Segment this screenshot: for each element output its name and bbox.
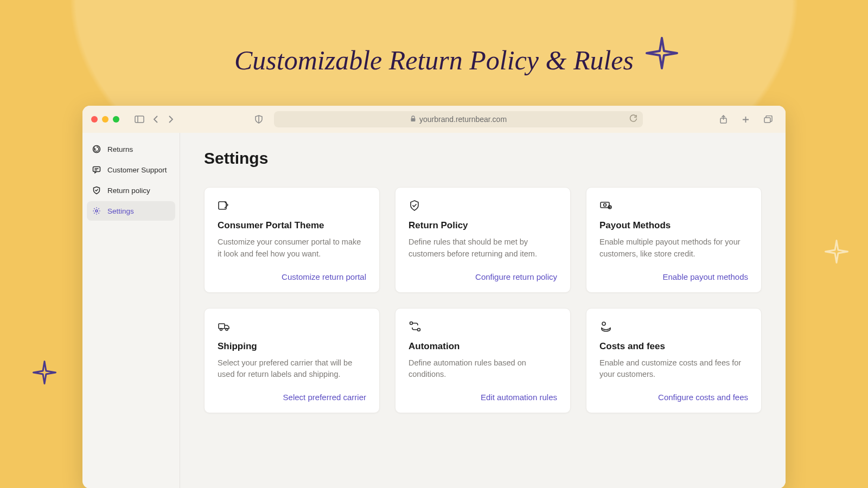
gear-icon: [92, 207, 101, 215]
select-preferred-carrier-link[interactable]: Select preferred carrier: [218, 393, 366, 402]
sidebar-toggle-icon[interactable]: [130, 113, 149, 125]
card-title: Automation: [409, 341, 557, 352]
card-costs-and-fees: Costs and fees Enable and customize cost…: [586, 308, 762, 414]
enable-payout-methods-link[interactable]: Enable payout methods: [599, 272, 748, 281]
maximize-window-button[interactable]: [113, 116, 119, 123]
tabs-overview-icon[interactable]: [760, 113, 777, 126]
svg-rect-9: [93, 167, 100, 172]
edit-automation-rules-link[interactable]: Edit automation rules: [409, 393, 557, 402]
svg-point-14: [604, 204, 607, 207]
configure-costs-fees-link[interactable]: Configure costs and fees: [599, 393, 748, 402]
refresh-icon[interactable]: [629, 114, 637, 124]
cash-icon: [599, 200, 611, 211]
browser-window: yourbrand.returnbear.com Returns: [82, 106, 786, 488]
svg-rect-3: [411, 118, 415, 121]
sidebar-item-label: Settings: [107, 207, 134, 215]
minimize-window-button[interactable]: [102, 116, 108, 123]
shield-check-icon: [92, 186, 101, 195]
sparkle-icon: [33, 361, 56, 384]
card-title: Payout Methods: [599, 220, 748, 231]
sidebar-item-label: Customer Support: [107, 166, 167, 174]
shield-check-icon: [409, 200, 420, 211]
card-description: Customize your consumer portal to make i…: [218, 236, 366, 260]
share-icon[interactable]: [715, 113, 732, 126]
card-shipping: Shipping Select your prefered carrier th…: [204, 308, 380, 414]
privacy-shield-icon[interactable]: [250, 113, 267, 126]
configure-return-policy-link[interactable]: Configure return policy: [409, 272, 557, 281]
card-title: Consumer Portal Theme: [218, 220, 366, 231]
svg-rect-0: [135, 116, 144, 123]
customize-return-portal-link[interactable]: Customize return portal: [218, 272, 366, 281]
truck-icon: [218, 320, 229, 332]
svg-point-20: [418, 328, 420, 331]
sidebar-item-settings[interactable]: Settings: [87, 201, 175, 221]
flow-icon: [409, 320, 420, 332]
forward-button[interactable]: [164, 113, 178, 125]
page-title: Settings: [204, 149, 762, 168]
svg-point-18: [226, 328, 228, 330]
sidebar-item-return-policy[interactable]: Return policy: [87, 181, 175, 200]
card-title: Costs and fees: [599, 341, 748, 352]
lock-icon: [410, 115, 416, 124]
page-heading: Customizable Return Policy & Rules: [0, 0, 868, 76]
svg-rect-16: [219, 324, 225, 329]
window-controls: [91, 116, 119, 123]
back-button[interactable]: [149, 113, 163, 125]
returns-icon: [92, 145, 101, 153]
close-window-button[interactable]: [91, 116, 98, 123]
sparkle-icon: [646, 37, 678, 69]
new-tab-icon[interactable]: [737, 113, 754, 126]
card-description: Select your prefered carrier that will b…: [218, 357, 366, 381]
palette-icon: [218, 200, 229, 211]
coins-icon: [599, 320, 611, 332]
card-automation: Automation Define automation rules based…: [395, 308, 571, 414]
sidebar: Returns Customer Support Return policy S…: [82, 133, 180, 488]
card-description: Define rules that should be met by custo…: [409, 236, 557, 260]
svg-point-17: [220, 328, 222, 330]
address-bar[interactable]: yourbrand.returnbear.com: [274, 111, 643, 127]
sidebar-item-label: Return policy: [107, 187, 150, 195]
card-description: Define automation rules based on conditi…: [409, 357, 557, 381]
svg-point-19: [410, 322, 413, 324]
svg-point-21: [602, 322, 605, 325]
card-title: Shipping: [218, 341, 366, 352]
card-consumer-portal-theme: Consumer Portal Theme Customize your con…: [204, 187, 380, 293]
svg-point-12: [95, 210, 98, 212]
sidebar-item-customer-support[interactable]: Customer Support: [87, 160, 175, 179]
svg-rect-7: [764, 118, 770, 123]
card-description: Enable and customize costs and fees for …: [599, 357, 748, 381]
sidebar-item-returns[interactable]: Returns: [87, 139, 175, 159]
sidebar-item-label: Returns: [107, 145, 133, 153]
card-payout-methods: Payout Methods Enable multiple payout me…: [586, 187, 762, 293]
card-title: Return Policy: [409, 220, 557, 231]
card-return-policy: Return Policy Define rules that should b…: [395, 187, 571, 293]
chat-icon: [92, 165, 101, 174]
sparkle-icon: [825, 240, 848, 264]
url-text: yourbrand.returnbear.com: [419, 115, 507, 124]
card-description: Enable multiple payout methods for your …: [599, 236, 748, 260]
browser-toolbar: yourbrand.returnbear.com: [82, 106, 786, 133]
